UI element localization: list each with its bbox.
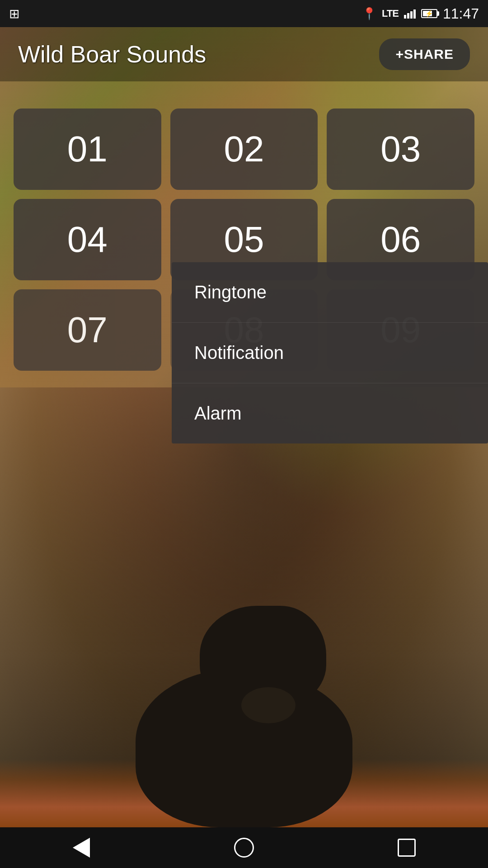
context-menu-notification[interactable]: Notification [172, 323, 488, 383]
home-icon [234, 838, 254, 858]
sound-button-02[interactable]: 02 [170, 108, 318, 190]
ringtone-label: Ringtone [194, 282, 267, 302]
back-icon [73, 838, 90, 858]
home-button[interactable] [226, 834, 262, 861]
signal-bars [404, 9, 416, 19]
battery-bolt: ⚡ [425, 10, 433, 17]
status-bar: ⊞ 📍 LTE ⚡ 11:47 [0, 0, 488, 27]
sound-label-07: 07 [67, 309, 108, 351]
sound-button-07[interactable]: 07 [14, 289, 161, 371]
battery-icon: ⚡ [421, 9, 437, 18]
sim-icon: ⊞ [9, 6, 19, 21]
location-icon: 📍 [362, 7, 376, 21]
app-title: Wild Boar Sounds [18, 41, 206, 68]
status-bar-left: ⊞ [9, 6, 19, 21]
notification-label: Notification [194, 343, 284, 363]
context-menu: Ringtone Notification Alarm [172, 262, 488, 443]
ground-leaves [0, 760, 488, 827]
context-menu-ringtone[interactable]: Ringtone [172, 262, 488, 323]
sound-button-04[interactable]: 04 [14, 199, 161, 280]
recents-button[interactable] [389, 834, 425, 861]
recents-icon [398, 839, 416, 857]
nav-bar [0, 827, 488, 868]
back-button[interactable] [63, 834, 99, 861]
status-bar-right: 📍 LTE ⚡ 11:47 [362, 5, 479, 22]
app-header: Wild Boar Sounds +SHARE [0, 27, 488, 81]
status-time: 11:47 [443, 5, 479, 22]
sound-label-04: 04 [67, 219, 108, 260]
lte-indicator: LTE [382, 8, 399, 19]
sound-button-01[interactable]: 01 [14, 108, 161, 190]
sound-button-03[interactable]: 03 [327, 108, 474, 190]
sound-label-01: 01 [67, 128, 108, 170]
sound-label-02: 02 [224, 128, 264, 170]
share-button[interactable]: +SHARE [379, 38, 470, 70]
sound-label-03: 03 [380, 128, 421, 170]
sound-label-06: 06 [380, 219, 421, 260]
alarm-label: Alarm [194, 403, 241, 424]
context-menu-alarm[interactable]: Alarm [172, 383, 488, 443]
sound-label-05: 05 [224, 219, 264, 260]
